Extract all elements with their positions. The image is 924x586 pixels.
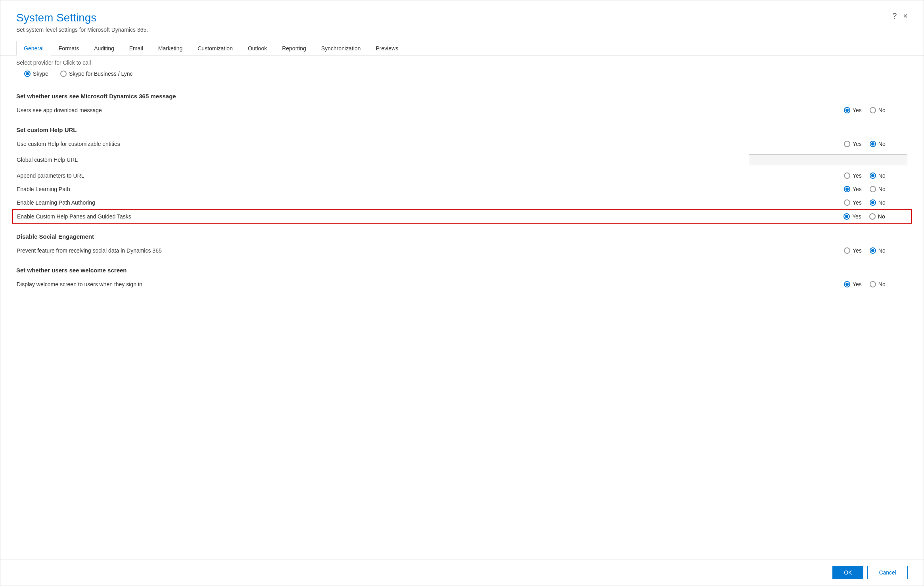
section-header-social-engagement: Disable Social Engagement xyxy=(16,233,908,240)
radio-users-app-no[interactable]: No xyxy=(870,107,886,113)
radio-learning-path-authoring-no[interactable]: No xyxy=(870,199,886,206)
label-display-welcome-screen: Display welcome screen to users when the… xyxy=(17,281,142,287)
tab-outlook[interactable]: Outlook xyxy=(240,41,274,56)
radio-custom-help-panes-no-label: No xyxy=(878,213,885,220)
radio-users-app-yes[interactable]: Yes xyxy=(844,107,862,113)
section-header-welcome-screen: Set whether users see welcome screen xyxy=(16,267,908,274)
radio-social-data-yes[interactable]: Yes xyxy=(844,247,862,254)
radio-custom-help-panes-yes-label: Yes xyxy=(852,213,861,220)
radio-custom-help-panes-no[interactable]: No xyxy=(869,213,885,220)
radio-learning-path-authoring-yes-circle[interactable] xyxy=(844,199,850,206)
row-prevent-social-data: Prevent feature from receiving social da… xyxy=(16,244,908,257)
provider-row: Skype Skype for Business / Lync xyxy=(16,67,908,83)
label-append-parameters: Append parameters to URL xyxy=(17,172,84,179)
radio-users-app-no-circle[interactable] xyxy=(870,107,876,113)
section-header-custom-help-url: Set custom Help URL xyxy=(16,126,908,133)
radio-learning-path-no-label: No xyxy=(878,186,886,192)
system-settings-dialog: System Settings Set system-level setting… xyxy=(0,0,924,586)
radio-users-app-yes-circle[interactable] xyxy=(844,107,850,113)
radio-append-yes[interactable]: Yes xyxy=(844,172,862,179)
radio-users-app-no-label: No xyxy=(878,107,886,113)
dialog-title: System Settings xyxy=(16,11,148,24)
radio-custom-help-yes-circle[interactable] xyxy=(844,141,850,147)
radio-learning-path-authoring-yes[interactable]: Yes xyxy=(844,199,862,206)
radio-learning-path-yes-circle[interactable] xyxy=(844,186,850,192)
row-users-see-app-download: Users see app download message Yes No xyxy=(16,103,908,117)
radio-append-yes-circle[interactable] xyxy=(844,172,850,179)
label-enable-custom-help-panes: Enable Custom Help Panes and Guided Task… xyxy=(17,213,131,220)
dialog-subtitle: Set system-level settings for Microsoft … xyxy=(16,27,148,33)
radio-social-data-yes-circle[interactable] xyxy=(844,247,850,254)
radio-welcome-no-label: No xyxy=(878,281,886,287)
tab-general[interactable]: General xyxy=(16,41,51,56)
input-global-custom-help-url[interactable] xyxy=(749,154,907,165)
radio-group-welcome-screen: Yes No xyxy=(844,281,907,287)
radio-group-use-custom-help: Yes No xyxy=(844,141,907,147)
tab-previews[interactable]: Previews xyxy=(368,41,406,56)
radio-skype-label: Skype xyxy=(33,71,48,77)
section-header-microsoft-message: Set whether users see Microsoft Dynamics… xyxy=(16,93,908,100)
section-microsoft-message: Set whether users see Microsoft Dynamics… xyxy=(16,93,908,117)
radio-learning-path-no-circle[interactable] xyxy=(870,186,876,192)
radio-append-no[interactable]: No xyxy=(870,172,886,179)
radio-learning-path-authoring-no-label: No xyxy=(878,199,886,206)
tab-synchronization[interactable]: Synchronization xyxy=(314,41,368,56)
label-use-custom-help: Use custom Help for customizable entitie… xyxy=(17,141,120,147)
radio-social-data-no[interactable]: No xyxy=(870,247,886,254)
tab-reporting[interactable]: Reporting xyxy=(274,41,314,56)
radio-learning-path-authoring-no-circle[interactable] xyxy=(870,199,876,206)
tab-marketing[interactable]: Marketing xyxy=(151,41,190,56)
radio-custom-help-panes-yes[interactable]: Yes xyxy=(843,213,861,220)
row-use-custom-help: Use custom Help for customizable entitie… xyxy=(16,137,908,151)
row-display-welcome-screen: Display welcome screen to users when the… xyxy=(16,278,908,291)
radio-custom-help-panes-yes-circle[interactable] xyxy=(843,213,850,220)
radio-social-data-no-circle[interactable] xyxy=(870,247,876,254)
section-custom-help-url: Set custom Help URL Use custom Help for … xyxy=(16,126,908,224)
radio-custom-help-no-circle[interactable] xyxy=(870,141,876,147)
radio-group-learning-path: Yes No xyxy=(844,186,907,192)
radio-welcome-yes-label: Yes xyxy=(853,281,862,287)
radio-welcome-yes[interactable]: Yes xyxy=(844,281,862,287)
ok-button[interactable]: OK xyxy=(832,566,863,579)
radio-learning-path-no[interactable]: No xyxy=(870,186,886,192)
radio-learning-path-yes[interactable]: Yes xyxy=(844,186,862,192)
close-icon[interactable]: × xyxy=(903,11,908,21)
tab-email[interactable]: Email xyxy=(122,41,151,56)
tab-customization[interactable]: Customization xyxy=(190,41,240,56)
radio-custom-help-no[interactable]: No xyxy=(870,141,886,147)
radio-group-social-data: Yes No xyxy=(844,247,907,254)
radio-group-custom-help-panes: Yes No xyxy=(843,213,907,220)
dialog-controls: ? × xyxy=(892,11,908,21)
radio-skype-circle[interactable] xyxy=(24,71,31,77)
label-users-see-app-download: Users see app download message xyxy=(17,107,102,113)
radio-welcome-no[interactable]: No xyxy=(870,281,886,287)
tab-formats[interactable]: Formats xyxy=(51,41,86,56)
row-enable-custom-help-panes: Enable Custom Help Panes and Guided Task… xyxy=(12,209,912,224)
row-enable-learning-path: Enable Learning Path Yes No xyxy=(16,182,908,196)
radio-welcome-no-circle[interactable] xyxy=(870,281,876,287)
radio-append-no-circle[interactable] xyxy=(870,172,876,179)
radio-welcome-yes-circle[interactable] xyxy=(844,281,850,287)
radio-skype[interactable]: Skype xyxy=(24,71,48,77)
radio-skype-business-circle[interactable] xyxy=(60,71,67,77)
radio-social-data-yes-label: Yes xyxy=(853,247,862,254)
radio-skype-business[interactable]: Skype for Business / Lync xyxy=(60,71,133,77)
radio-custom-help-yes-label: Yes xyxy=(853,141,862,147)
radio-learning-path-authoring-yes-label: Yes xyxy=(853,199,862,206)
radio-group-users-see-app-download: Yes No xyxy=(844,107,907,113)
radio-skype-business-label: Skype for Business / Lync xyxy=(69,71,133,77)
row-global-custom-help-url: Global custom Help URL xyxy=(16,151,908,169)
section-social-engagement: Disable Social Engagement Prevent featur… xyxy=(16,233,908,257)
dialog-title-area: System Settings Set system-level setting… xyxy=(16,11,148,33)
label-global-custom-help-url: Global custom Help URL xyxy=(17,157,78,163)
radio-custom-help-no-label: No xyxy=(878,141,886,147)
radio-group-learning-path-authoring: Yes No xyxy=(844,199,907,206)
radio-custom-help-yes[interactable]: Yes xyxy=(844,141,862,147)
label-enable-learning-path: Enable Learning Path xyxy=(17,186,70,192)
tab-auditing[interactable]: Auditing xyxy=(86,41,122,56)
radio-custom-help-panes-no-circle[interactable] xyxy=(869,213,876,220)
row-append-parameters: Append parameters to URL Yes No xyxy=(16,169,908,182)
help-icon[interactable]: ? xyxy=(892,11,897,21)
cancel-button[interactable]: Cancel xyxy=(867,566,908,579)
radio-append-no-label: No xyxy=(878,172,886,179)
